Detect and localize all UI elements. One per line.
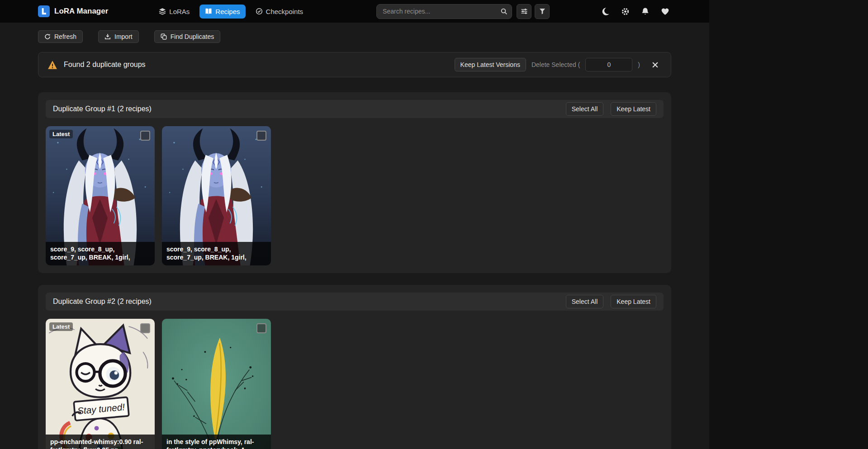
group-2-header: Duplicate Group #2 (2 recipes) Select Al… — [46, 293, 664, 311]
theme-toggle-button[interactable] — [599, 5, 612, 18]
refresh-icon — [44, 33, 51, 40]
recipe-card[interactable]: score_9, score_8_up, score_7_up, BREAK, … — [162, 126, 271, 265]
funnel-icon — [539, 8, 546, 15]
cat-artwork-image: Stay tuned! — [46, 319, 155, 449]
group-2-cards: Stay tuned! Latest pp-enchanted-whimsy:0… — [46, 319, 664, 449]
filter-button[interactable] — [535, 4, 550, 19]
search-bar — [376, 4, 512, 19]
app-window: LoRA Manager LoRAs Recipes — [0, 0, 709, 449]
support-button[interactable] — [659, 5, 671, 18]
sliders-icon — [521, 8, 528, 15]
app-title: LoRA Manager — [54, 7, 108, 16]
find-duplicates-label: Find Duplicates — [171, 33, 214, 40]
tab-loras[interactable]: LoRAs — [153, 5, 195, 19]
latest-badge: Latest — [49, 322, 73, 331]
navbar-action-icons — [599, 5, 671, 18]
banner-actions: Keep Latest Versions Delete Selected ( ) — [455, 58, 662, 71]
card-caption: score_9, score_8_up, score_7_up, BREAK, … — [162, 242, 271, 265]
moon-icon — [601, 7, 610, 16]
card-select-checkbox[interactable] — [140, 131, 150, 141]
navbar-inner: LoRA Manager LoRAs Recipes — [38, 0, 671, 23]
banner-close-button[interactable] — [648, 58, 662, 71]
keep-latest-button[interactable]: Keep Latest — [611, 102, 656, 116]
keep-latest-button[interactable]: Keep Latest — [611, 295, 656, 308]
book-icon — [205, 8, 212, 15]
recipes-toolbar: Refresh Import Find Duplicates — [38, 30, 671, 43]
search-input[interactable] — [376, 4, 512, 19]
keep-latest-versions-button[interactable]: Keep Latest Versions — [455, 58, 526, 71]
select-all-button[interactable]: Select All — [566, 102, 604, 116]
notifications-button[interactable] — [639, 5, 651, 18]
group-1-cards: Latest score_9, score_8_up, score_7_up, … — [46, 126, 664, 265]
delete-count-input[interactable] — [585, 58, 632, 71]
tab-checkpoints[interactable]: Checkpoints — [250, 5, 309, 19]
group-actions: Select All Keep Latest — [566, 295, 656, 308]
search-button[interactable] — [498, 5, 510, 17]
tab-label: Recipes — [215, 8, 240, 15]
card-caption: score_9, score_8_up, score_7_up, BREAK, … — [46, 242, 155, 265]
find-duplicates-button[interactable]: Find Duplicates — [154, 30, 221, 43]
gear-icon — [621, 7, 630, 16]
bell-icon — [641, 7, 650, 16]
filter-buttons — [517, 4, 550, 19]
select-all-button[interactable]: Select All — [566, 295, 604, 308]
group-title: Duplicate Group #1 (2 recipes) — [53, 105, 152, 113]
heart-icon — [661, 7, 669, 16]
group-actions: Select All Keep Latest — [566, 102, 656, 116]
recipe-card[interactable]: in the style of ppWhimsy, ral-frctlgmtry… — [162, 319, 271, 449]
app-brand: LoRA Manager — [38, 5, 108, 17]
card-caption: pp-enchanted-whimsy:0.90 ral-frctlgmtry_… — [46, 435, 155, 449]
tab-label: Checkpoints — [266, 8, 304, 15]
delete-selected-label: Delete Selected ( — [531, 61, 580, 68]
recipe-card[interactable]: Latest score_9, score_8_up, score_7_up, … — [46, 126, 155, 265]
import-icon — [104, 33, 111, 40]
main-nav: LoRAs Recipes Checkpoints — [153, 5, 308, 19]
refresh-button[interactable]: Refresh — [38, 30, 83, 43]
duplicates-icon — [161, 33, 167, 40]
app-logo-icon — [38, 5, 50, 17]
sort-options-button[interactable] — [517, 4, 531, 19]
duplicate-group-2: Duplicate Group #2 (2 recipes) Select Al… — [38, 285, 671, 449]
refresh-label: Refresh — [54, 33, 76, 40]
card-select-checkbox[interactable] — [256, 323, 266, 333]
latest-badge: Latest — [49, 130, 73, 138]
banner-message-area: Found 2 duplicate groups — [47, 60, 146, 70]
tab-label: LoRAs — [169, 8, 190, 15]
feather-artwork-image — [162, 319, 271, 449]
main-content: Refresh Import Find Duplicates — [38, 23, 671, 449]
banner-message: Found 2 duplicate groups — [64, 61, 146, 69]
layers-icon — [159, 8, 166, 15]
card-select-checkbox[interactable] — [140, 323, 150, 333]
duplicates-banner: Found 2 duplicate groups Keep Latest Ver… — [38, 52, 671, 77]
duplicate-group-1: Duplicate Group #1 (2 recipes) Select Al… — [38, 92, 671, 273]
delete-selected-label-suffix: ) — [638, 61, 640, 68]
group-1-header: Duplicate Group #1 (2 recipes) Select Al… — [46, 100, 664, 118]
card-caption: in the style of ppWhimsy, ral-frctlgmtry… — [162, 435, 271, 449]
card-select-checkbox[interactable] — [256, 131, 266, 141]
search-icon — [500, 8, 508, 15]
warning-icon — [47, 60, 57, 70]
check-circle-icon — [256, 8, 263, 15]
group-title: Duplicate Group #2 (2 recipes) — [53, 298, 152, 306]
import-button[interactable]: Import — [98, 30, 139, 43]
settings-button[interactable] — [619, 5, 631, 18]
top-navbar: LoRA Manager LoRAs Recipes — [0, 0, 709, 23]
close-icon — [652, 61, 659, 68]
tab-recipes[interactable]: Recipes — [199, 5, 245, 19]
import-label: Import — [114, 33, 133, 40]
recipe-card[interactable]: Stay tuned! Latest pp-enchanted-whimsy:0… — [46, 319, 155, 449]
